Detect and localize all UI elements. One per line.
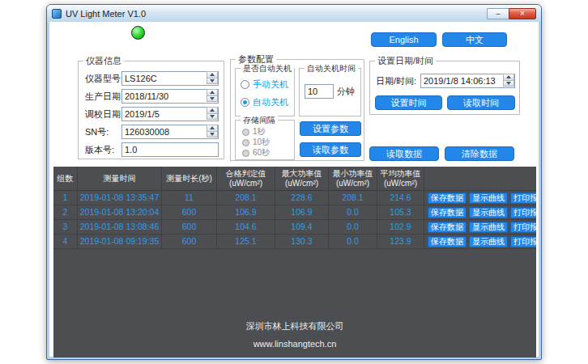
save-data-button[interactable]: 保存数据 [428, 193, 467, 204]
cell-max: 228.6 [275, 191, 329, 205]
cell-time: 2019-01-08 09:19:35 [78, 235, 162, 248]
header-actions [424, 167, 536, 190]
window-title: UV Light Meter V1.0 [66, 9, 146, 19]
storage-interval-group: 存储间隔 1秒 10秒 60秒 [235, 120, 295, 160]
read-time-button[interactable]: 读取时间 [447, 95, 515, 110]
version-input[interactable] [121, 142, 219, 157]
cell-time: 2019-01-08 13:35:47 [78, 191, 162, 205]
interval-10s-radio[interactable]: 10秒 [242, 137, 270, 148]
version-field-wrap [121, 142, 219, 156]
cell-group: 3 [53, 220, 78, 234]
cell-duration: 600 [162, 220, 217, 234]
spinner-up-icon[interactable] [207, 71, 218, 78]
model-input[interactable] [121, 71, 219, 86]
radio-icon [242, 150, 249, 157]
cell-group: 2 [53, 205, 78, 219]
header-avg: 平均功率值(uW/cm²) [377, 167, 424, 190]
show-curve-button[interactable]: 显示曲线 [469, 222, 508, 233]
datetime-title: 设置日期/时间 [375, 55, 436, 67]
radio-icon [242, 129, 249, 136]
auto-off-time-group: 自动关机时间 分钟 [299, 68, 361, 116]
print-report-button[interactable]: 打印报告 [510, 222, 536, 233]
spinner-down-icon[interactable] [207, 114, 218, 121]
title-bar: UV Light Meter V1.0 – × [47, 5, 541, 22]
app-icon [52, 9, 62, 19]
cell-time: 2019-01-08 13:08:46 [78, 220, 162, 234]
save-data-button[interactable]: 保存数据 [428, 236, 467, 248]
calibration-date-label: 调校日期: [85, 108, 123, 121]
spinner-down-icon[interactable] [207, 96, 218, 103]
manual-off-radio[interactable]: 手动关机 [241, 78, 288, 91]
set-time-button[interactable]: 设置时间 [375, 95, 442, 110]
cell-avg: 123.9 [377, 235, 424, 248]
header-min: 最小功率值(uW/cm²) [329, 167, 377, 190]
cell-min: 0.0 [329, 205, 377, 219]
calibration-date-field-wrap [121, 106, 219, 121]
save-data-button[interactable]: 保存数据 [428, 222, 467, 233]
show-curve-button[interactable]: 显示曲线 [469, 236, 508, 248]
print-report-button[interactable]: 打印报告 [510, 236, 536, 248]
spinner-down-icon[interactable] [207, 132, 218, 138]
spinner-up-icon[interactable] [207, 89, 218, 96]
footer-website: www.linshangtech.cn [53, 339, 536, 349]
cell-group: 4 [53, 235, 78, 248]
sn-label: SN号: [85, 126, 109, 138]
cell-min: 0.0 [329, 220, 377, 234]
spinner-up-icon[interactable] [207, 125, 218, 132]
production-date-input[interactable] [121, 89, 219, 104]
spinner-down-icon[interactable] [207, 78, 218, 85]
cell-max: 130.3 [275, 235, 329, 248]
print-report-button[interactable]: 打印报告 [510, 193, 536, 204]
cell-avg: 214.6 [377, 191, 424, 205]
spinner-down-icon[interactable] [503, 81, 514, 87]
interval-60s-radio[interactable]: 60秒 [242, 147, 270, 159]
instrument-info-group: 仪器信息 仪器型号: 生产日期: 调校日期: SN号: 版本号: [78, 61, 224, 159]
chinese-button[interactable]: 中文 [442, 32, 507, 47]
datetime-input[interactable] [420, 74, 515, 88]
cell-min: 0.0 [329, 235, 377, 248]
parameter-config-group: 参数配置 是否自动关机 手动关机 自动关机 自动关机时间 分钟 [230, 59, 364, 161]
spinner-up-icon[interactable] [207, 107, 218, 114]
header-duration: 测量时长(秒) [162, 167, 217, 190]
off-time-input[interactable] [305, 84, 334, 99]
close-button[interactable]: × [509, 8, 536, 19]
cell-actions: 保存数据 显示曲线 打印报告 [424, 191, 536, 205]
auto-off-group: 是否自动关机 手动关机 自动关机 [235, 68, 295, 116]
cell-group: 1 [53, 191, 78, 205]
read-data-button[interactable]: 读取数据 [369, 146, 439, 161]
interval-1s-radio[interactable]: 1秒 [242, 126, 266, 138]
save-data-button[interactable]: 保存数据 [428, 207, 467, 218]
interval-1s-label: 1秒 [253, 126, 266, 138]
cell-qualified: 104.6 [217, 220, 275, 234]
production-date-field-wrap [121, 88, 219, 103]
datetime-label: 日期/时间: [376, 75, 416, 87]
print-report-button[interactable]: 打印报告 [510, 207, 536, 218]
instrument-info-title: 仪器信息 [83, 55, 124, 67]
table-row: 1 2019-01-08 13:35:47 11 208.1 228.6 208… [53, 191, 536, 205]
window-controls: – × [487, 8, 536, 19]
off-time-field-wrap [305, 83, 334, 98]
sn-input[interactable] [121, 125, 219, 139]
interval-60s-label: 60秒 [253, 147, 270, 159]
radio-icon [242, 139, 249, 146]
english-button[interactable]: English [371, 32, 437, 47]
cell-actions: 保存数据 显示曲线 打印报告 [424, 205, 536, 219]
cell-qualified: 125.1 [217, 235, 275, 248]
show-curve-button[interactable]: 显示曲线 [469, 207, 508, 218]
calibration-date-input[interactable] [121, 107, 219, 121]
show-curve-button[interactable]: 显示曲线 [469, 193, 508, 204]
set-params-button[interactable]: 设置参数 [300, 121, 361, 136]
client-area: English 中文 仪器信息 仪器型号: 生产日期: 调校日期: SN号: [49, 22, 539, 357]
radio-icon [241, 80, 249, 89]
cell-max: 109.4 [275, 220, 329, 234]
clear-data-button[interactable]: 清除数据 [445, 146, 514, 161]
minimize-button[interactable]: – [487, 8, 509, 19]
spinner-up-icon[interactable] [503, 74, 514, 81]
header-max: 最大功率值(uW/cm²) [275, 167, 329, 190]
production-date-label: 生产日期: [85, 91, 123, 103]
cell-actions: 保存数据 显示曲线 打印报告 [424, 220, 536, 234]
header-qualified: 合格判定值(uW/cm²) [217, 167, 275, 190]
auto-off-label: 自动关机 [253, 96, 288, 108]
read-params-button[interactable]: 读取参数 [300, 142, 361, 157]
auto-off-radio[interactable]: 自动关机 [241, 96, 288, 108]
